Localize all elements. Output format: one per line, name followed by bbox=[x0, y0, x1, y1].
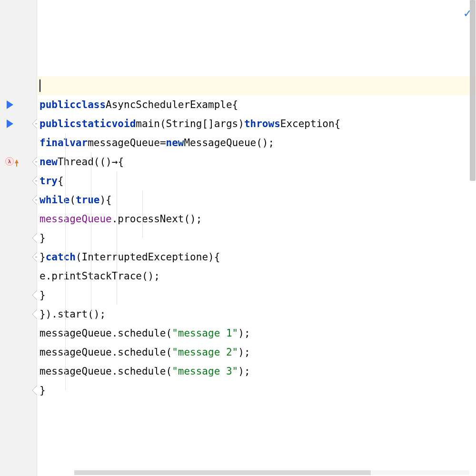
code-line[interactable]: messageQueue.processNext(); bbox=[37, 209, 476, 228]
code-line[interactable]: messageQueue.schedule("message 2"); bbox=[37, 343, 476, 362]
run-class-icon[interactable] bbox=[0, 95, 37, 114]
indent-guide bbox=[117, 171, 117, 305]
scrollbar-thumb[interactable] bbox=[470, 0, 476, 181]
code-line[interactable] bbox=[37, 76, 476, 95]
code-line[interactable]: } bbox=[37, 228, 476, 248]
code-line[interactable]: public class AsyncSchedulerExample { bbox=[37, 95, 476, 114]
code-line[interactable]: final var messageQueue = new MessageQueu… bbox=[37, 133, 476, 152]
code-line[interactable]: }).start(); bbox=[37, 305, 476, 324]
code-line[interactable]: } bbox=[37, 381, 476, 400]
code-line[interactable]: try { bbox=[37, 171, 476, 190]
indent-guide bbox=[91, 152, 91, 314]
editor-container: λ ✓ public class AsyncSchedulerExample {… bbox=[0, 0, 476, 476]
code-line[interactable]: } catch (InterruptedException e) { bbox=[37, 248, 476, 267]
horizontal-scrollbar[interactable] bbox=[74, 470, 469, 475]
vertical-scrollbar[interactable] bbox=[469, 0, 476, 476]
code-line[interactable]: messageQueue.schedule("message 3"); bbox=[37, 362, 476, 381]
code-area[interactable]: ✓ public class AsyncSchedulerExample { p… bbox=[37, 0, 476, 476]
code-line[interactable]: messageQueue.schedule("message 1"); bbox=[37, 324, 476, 343]
indent-guide bbox=[65, 133, 66, 390]
code-line[interactable]: new Thread(() → { bbox=[37, 152, 476, 171]
lambda-override-icon[interactable]: λ bbox=[5, 157, 19, 166]
scrollbar-thumb[interactable] bbox=[74, 470, 371, 475]
code-line[interactable]: public static void main(String[] args) t… bbox=[37, 114, 476, 133]
indent-guide bbox=[142, 190, 143, 238]
code-line[interactable]: } bbox=[37, 286, 476, 305]
code-line[interactable]: while (true) { bbox=[37, 190, 476, 209]
text-cursor bbox=[40, 79, 40, 92]
gutter: λ bbox=[0, 0, 37, 476]
code-line[interactable]: e.printStackTrace(); bbox=[37, 267, 476, 286]
